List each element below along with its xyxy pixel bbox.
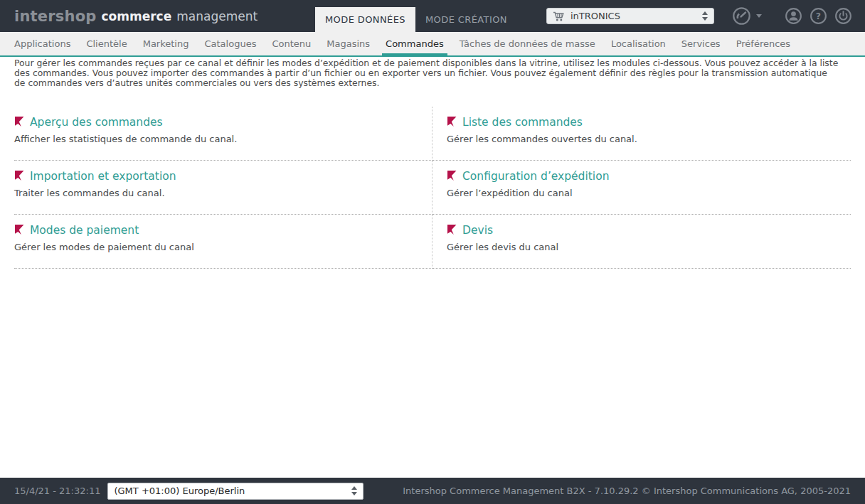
logo-management: management: [176, 9, 258, 23]
nav-item-magasins[interactable]: Magasins: [319, 32, 378, 55]
top-header-bar: intershop commerce management MODE DONNÉ…: [0, 0, 865, 32]
tab-mode-donnees[interactable]: MODE DONNÉES: [315, 7, 415, 32]
module-quotes-desc: Gérer les devis du canal: [447, 242, 851, 252]
timezone-selector-value: (GMT +01:00) Europe/Berlin: [114, 486, 351, 496]
flag-icon: [14, 170, 25, 181]
nav-item-commandes[interactable]: Commandes: [378, 32, 452, 55]
module-order-list: Liste des commandes Gérer les commandes …: [432, 107, 851, 161]
module-shipping-config-desc: Gérer l’expédition du canal: [447, 188, 851, 198]
module-payment-methods: Modes de paiement Gérer les modes de pai…: [14, 215, 432, 269]
cart-icon: [553, 11, 565, 22]
main-navigation: Applications Clientèle Marketing Catalog…: [0, 32, 865, 57]
select-stepper-icon: [702, 11, 708, 21]
nav-item-localisation[interactable]: Localisation: [603, 32, 674, 55]
footer-datetime: 15/4/21 - 21:32:11: [14, 486, 100, 496]
flag-icon: [14, 224, 25, 235]
flag-icon: [14, 116, 25, 127]
module-import-export-link[interactable]: Importation et exportation: [14, 170, 416, 183]
tab-mode-creation[interactable]: MODE CRÉATION: [415, 7, 517, 32]
nav-item-applications[interactable]: Applications: [6, 32, 78, 55]
app-logo: intershop commerce management: [14, 0, 258, 32]
module-grid: Aperçu des commandes Afficher les statis…: [14, 107, 851, 269]
mode-tabs: MODE DONNÉES MODE CRÉATION: [315, 7, 517, 32]
footer-copyright: Intershop Commerce Management B2X - 7.10…: [403, 486, 851, 496]
nav-item-contenu[interactable]: Contenu: [264, 32, 319, 55]
module-payment-methods-link[interactable]: Modes de paiement: [14, 224, 416, 237]
flag-icon: [447, 116, 457, 127]
svg-text:?: ?: [816, 11, 821, 21]
chevron-down-icon: [756, 14, 762, 18]
nav-item-clientele[interactable]: Clientèle: [78, 32, 134, 55]
module-order-overview-link[interactable]: Aperçu des commandes: [14, 116, 416, 129]
module-payment-methods-desc: Gérer les modes de paiement du canal: [14, 242, 416, 252]
module-order-overview-desc: Afficher les statistiques de commande du…: [14, 134, 416, 144]
channel-selector-value: inTRONICS: [571, 11, 702, 21]
logo-commerce: commerce: [102, 9, 172, 23]
help-question-icon[interactable]: ?: [810, 7, 827, 25]
page-content: Commandes Pour gérer les commandes reçue…: [0, 28, 865, 269]
select-stepper-icon: [351, 486, 357, 495]
header-icon-group: ?: [732, 6, 852, 26]
channel-selector[interactable]: inTRONICS: [546, 8, 714, 24]
logout-power-icon[interactable]: [834, 7, 852, 25]
module-shipping-config-link[interactable]: Configuration d’expédition: [447, 170, 851, 183]
dashboard-gauge-icon[interactable]: [732, 6, 762, 26]
flag-icon: [447, 224, 457, 235]
timezone-selector[interactable]: (GMT +01:00) Europe/Berlin: [107, 483, 363, 500]
module-order-overview: Aperçu des commandes Afficher les statis…: [14, 107, 432, 161]
nav-item-marketing[interactable]: Marketing: [135, 32, 197, 55]
module-order-list-desc: Gérer les commandes ouvertes du canal.: [447, 134, 851, 144]
footer-bar: 15/4/21 - 21:32:11 (GMT +01:00) Europe/B…: [0, 478, 865, 504]
page-intro-text: Pour gérer les commandes reçues par ce c…: [14, 58, 839, 88]
flag-icon: [447, 170, 457, 181]
module-quotes-link[interactable]: Devis: [447, 224, 851, 237]
module-order-list-link[interactable]: Liste des commandes: [447, 116, 851, 129]
nav-item-preferences[interactable]: Préférences: [728, 32, 798, 55]
logo-intershop: intershop: [14, 8, 97, 25]
module-import-export: Importation et exportation Traiter les c…: [14, 161, 432, 215]
nav-item-catalogues[interactable]: Catalogues: [196, 32, 264, 55]
module-shipping-config: Configuration d’expédition Gérer l’expéd…: [432, 161, 851, 215]
nav-item-taches-de-masse[interactable]: Tâches de données de masse: [452, 32, 603, 55]
nav-item-services[interactable]: Services: [674, 32, 728, 55]
user-account-icon[interactable]: [785, 7, 802, 25]
module-import-export-desc: Traiter les commandes du canal.: [14, 188, 416, 198]
module-quotes: Devis Gérer les devis du canal: [432, 215, 851, 269]
